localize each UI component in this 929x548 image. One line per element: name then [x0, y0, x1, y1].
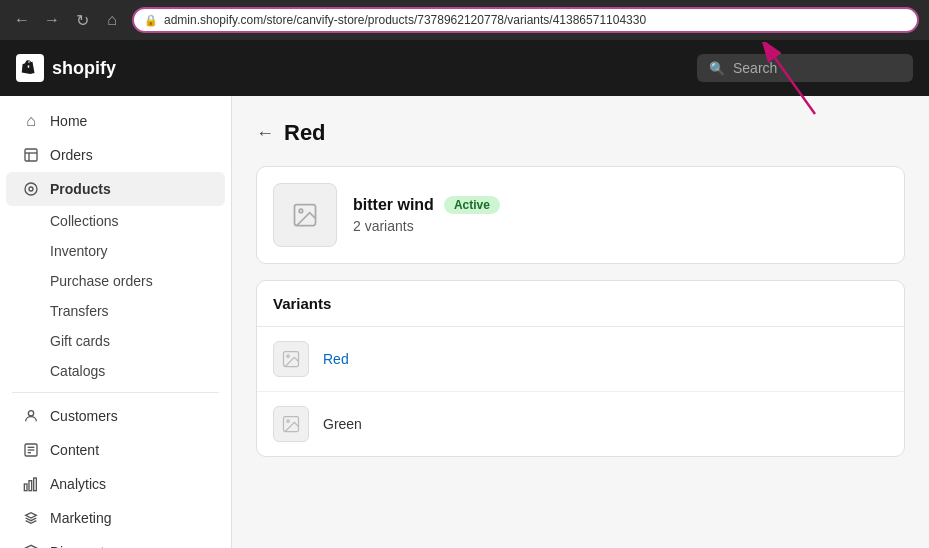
home-icon: ⌂	[22, 112, 40, 130]
svg-point-20	[287, 420, 290, 423]
sidebar-sub-item-collections[interactable]: Collections	[6, 206, 225, 236]
search-icon: 🔍	[709, 61, 725, 76]
svg-point-5	[25, 183, 37, 195]
marketing-icon	[22, 509, 40, 527]
lock-icon: 🔒	[144, 14, 158, 27]
discounts-icon	[22, 543, 40, 548]
variants-section-header: Variants	[257, 281, 904, 327]
variant-green-name: Green	[323, 416, 362, 432]
sidebar-item-orders[interactable]: Orders	[6, 138, 225, 172]
sidebar-item-content-label: Content	[50, 442, 99, 458]
main-body: ⌂ Home Orders Products Collections Inv	[0, 96, 929, 548]
svg-point-18	[287, 355, 290, 358]
sidebar-sub-item-inventory[interactable]: Inventory	[6, 236, 225, 266]
sidebar-sub-item-transfers[interactable]: Transfers	[6, 296, 225, 326]
reload-button[interactable]: ↻	[70, 8, 94, 32]
sidebar-item-marketing-label: Marketing	[50, 510, 111, 526]
product-info: bitter wind Active 2 variants	[353, 196, 500, 234]
sidebar-item-customers-label: Customers	[50, 408, 118, 424]
top-nav: shopify 🔍 Search	[0, 40, 929, 96]
sidebar-sub-item-transfers-label: Transfers	[50, 303, 109, 319]
product-card: bitter wind Active 2 variants	[256, 166, 905, 264]
svg-rect-2	[25, 149, 37, 161]
sidebar-sub-item-inventory-label: Inventory	[50, 243, 108, 259]
variant-red-name: Red	[323, 351, 349, 367]
sidebar-item-marketing[interactable]: Marketing	[6, 501, 225, 535]
analytics-icon	[22, 475, 40, 493]
forward-nav-button[interactable]: →	[40, 8, 64, 32]
sidebar-item-discounts[interactable]: Discounts	[6, 535, 225, 548]
sidebar-item-orders-label: Orders	[50, 147, 93, 163]
sidebar-sub-item-purchase-orders-label: Purchase orders	[50, 273, 153, 289]
variant-row-red[interactable]: Red	[257, 327, 904, 392]
sidebar-item-products-label: Products	[50, 181, 111, 197]
customers-icon	[22, 407, 40, 425]
svg-rect-13	[29, 481, 32, 491]
sidebar-sub-item-purchase-orders[interactable]: Purchase orders	[6, 266, 225, 296]
status-badge: Active	[444, 196, 500, 214]
page-header: ← Red	[256, 120, 905, 146]
browser-bar: ← → ↻ ⌂ 🔒 admin.shopify.com/store/canvif…	[0, 0, 929, 40]
sidebar-item-discounts-label: Discounts	[50, 544, 111, 548]
variant-red-thumbnail	[273, 341, 309, 377]
svg-point-16	[299, 209, 303, 213]
variants-card: Variants Red Green	[256, 280, 905, 457]
sidebar-sub-item-catalogs-label: Catalogs	[50, 363, 105, 379]
sidebar-sub-item-catalogs[interactable]: Catalogs	[6, 356, 225, 386]
svg-point-7	[28, 411, 33, 416]
sidebar: ⌂ Home Orders Products Collections Inv	[0, 96, 232, 548]
app-wrapper: shopify 🔍 Search ⌂ Home Orders	[0, 40, 929, 548]
content-area: ← Red bitter wind Active 2 variants V	[232, 96, 929, 548]
sidebar-sub-item-collections-label: Collections	[50, 213, 118, 229]
url-text: admin.shopify.com/store/canvify-store/pr…	[164, 13, 646, 27]
sidebar-item-customers[interactable]: Customers	[6, 399, 225, 433]
sidebar-item-analytics[interactable]: Analytics	[6, 467, 225, 501]
url-bar[interactable]: 🔒 admin.shopify.com/store/canvify-store/…	[132, 7, 919, 33]
orders-icon	[22, 146, 40, 164]
sidebar-item-content[interactable]: Content	[6, 433, 225, 467]
variant-green-thumbnail	[273, 406, 309, 442]
logo-area: shopify	[16, 54, 116, 82]
back-nav-button[interactable]: ←	[10, 8, 34, 32]
content-icon	[22, 441, 40, 459]
product-name-row: bitter wind Active	[353, 196, 500, 214]
svg-rect-12	[24, 484, 27, 491]
shopify-logo-icon	[16, 54, 44, 82]
sidebar-divider	[12, 392, 219, 393]
sidebar-item-products[interactable]: Products	[6, 172, 225, 206]
products-icon	[22, 180, 40, 198]
svg-point-6	[29, 187, 33, 191]
product-thumbnail	[273, 183, 337, 247]
browser-nav-buttons: ← → ↻ ⌂	[10, 8, 124, 32]
svg-rect-14	[34, 478, 37, 491]
back-button[interactable]: ←	[256, 123, 274, 144]
sidebar-sub-item-gift-cards[interactable]: Gift cards	[6, 326, 225, 356]
shopify-logo-text: shopify	[52, 58, 116, 79]
page-title: Red	[284, 120, 326, 146]
home-browser-button[interactable]: ⌂	[100, 8, 124, 32]
sidebar-item-home[interactable]: ⌂ Home	[6, 104, 225, 138]
product-variants-count: 2 variants	[353, 218, 500, 234]
sidebar-item-analytics-label: Analytics	[50, 476, 106, 492]
sidebar-sub-item-gift-cards-label: Gift cards	[50, 333, 110, 349]
search-bar[interactable]: 🔍 Search	[697, 54, 913, 82]
product-name: bitter wind	[353, 196, 434, 214]
search-placeholder-text: Search	[733, 60, 777, 76]
variant-row-green[interactable]: Green	[257, 392, 904, 456]
sidebar-item-home-label: Home	[50, 113, 87, 129]
